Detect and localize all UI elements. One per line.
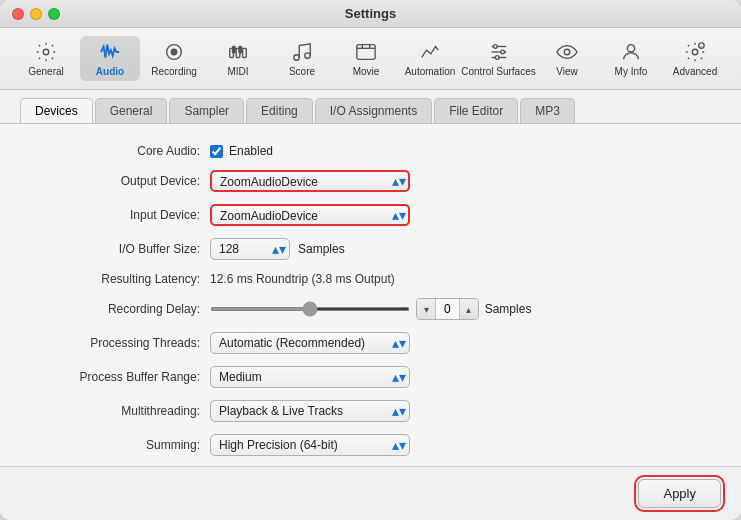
toolbar-label-midi: MIDI — [227, 66, 248, 77]
sliders-icon — [488, 40, 510, 64]
process-buffer-select[interactable]: Medium — [210, 366, 410, 388]
summing-select[interactable]: High Precision (64-bit) — [210, 434, 410, 456]
process-buffer-control: Medium ▴▾ — [210, 366, 410, 388]
toolbar-item-recording[interactable]: Recording — [144, 36, 204, 81]
processing-threads-select-wrapper: Automatic (Recommended) ▴▾ — [210, 332, 410, 354]
toolbar-item-general[interactable]: General — [16, 36, 76, 81]
traffic-lights — [12, 8, 60, 20]
io-buffer-select-wrapper: 128 ▴▾ — [210, 238, 290, 260]
process-buffer-row: Process Buffer Range: Medium ▴▾ — [30, 366, 711, 388]
toolbar: General Audio Recording — [0, 28, 741, 90]
close-button[interactable] — [12, 8, 24, 20]
multithreading-label: Multithreading: — [30, 404, 210, 418]
svg-point-22 — [692, 49, 698, 55]
toolbar-item-control-surfaces[interactable]: Control Surfaces — [464, 36, 533, 81]
toolbar-label-automation: Automation — [405, 66, 456, 77]
toolbar-label-control-surfaces: Control Surfaces — [461, 66, 535, 77]
svg-point-9 — [305, 53, 311, 58]
settings-window: Settings General Audio — [0, 0, 741, 520]
toolbar-label-advanced: Advanced — [673, 66, 717, 77]
svg-point-8 — [294, 55, 300, 61]
svg-point-20 — [564, 49, 570, 55]
recording-delay-stepper: ▾ 0 ▴ — [416, 298, 479, 320]
toolbar-item-automation[interactable]: Automation — [400, 36, 460, 81]
recording-delay-slider[interactable] — [210, 307, 410, 311]
tab-editing[interactable]: Editing — [246, 98, 313, 123]
summing-select-wrapper: High Precision (64-bit) ▴▾ — [210, 434, 410, 456]
svg-rect-10 — [357, 45, 375, 60]
io-buffer-control: 128 ▴▾ Samples — [210, 238, 345, 260]
recording-delay-unit: Samples — [485, 302, 532, 316]
tabs-bar: Devices General Sampler Editing I/O Assi… — [0, 90, 741, 123]
core-audio-row: Core Audio: Enabled — [30, 144, 711, 158]
svg-rect-7 — [239, 47, 242, 53]
tab-sampler[interactable]: Sampler — [169, 98, 244, 123]
resulting-latency-control: 12.6 ms Roundtrip (3.8 ms Output) — [210, 272, 395, 286]
tab-devices[interactable]: Devices — [20, 98, 93, 123]
processing-threads-row: Processing Threads: Automatic (Recommend… — [30, 332, 711, 354]
input-device-select[interactable]: ZoomAudioDevice — [210, 204, 410, 226]
io-buffer-unit: Samples — [298, 242, 345, 256]
multithreading-select-wrapper: Playback & Live Tracks ▴▾ — [210, 400, 410, 422]
processing-threads-label: Processing Threads: — [30, 336, 210, 350]
toolbar-item-movie[interactable]: Movie — [336, 36, 396, 81]
svg-point-19 — [495, 56, 499, 60]
summing-label: Summing: — [30, 438, 210, 452]
minimize-button[interactable] — [30, 8, 42, 20]
tab-io-assignments[interactable]: I/O Assignments — [315, 98, 432, 123]
toolbar-label-audio: Audio — [96, 66, 124, 77]
svg-rect-5 — [243, 48, 247, 57]
multithreading-select[interactable]: Playback & Live Tracks — [210, 400, 410, 422]
tab-mp3[interactable]: MP3 — [520, 98, 575, 123]
content-area: Core Audio: Enabled Output Device: ZoomA… — [0, 123, 741, 466]
svg-text:+: + — [700, 44, 702, 48]
multithreading-control: Playback & Live Tracks ▴▾ — [210, 400, 410, 422]
gear-advanced-icon: + — [684, 40, 706, 64]
output-device-select-wrapper: ZoomAudioDevice ▴▾ — [210, 170, 410, 192]
process-buffer-label: Process Buffer Range: — [30, 370, 210, 384]
summing-row: Summing: High Precision (64-bit) ▴▾ — [30, 434, 711, 456]
output-device-control: ZoomAudioDevice ▴▾ — [210, 170, 410, 192]
io-buffer-select[interactable]: 128 — [210, 238, 290, 260]
input-device-label: Input Device: — [30, 208, 210, 222]
core-audio-enabled-text: Enabled — [229, 144, 273, 158]
toolbar-item-view[interactable]: View — [537, 36, 597, 81]
waveform-icon — [99, 40, 121, 64]
tab-file-editor[interactable]: File Editor — [434, 98, 518, 123]
maximize-button[interactable] — [48, 8, 60, 20]
toolbar-label-score: Score — [289, 66, 315, 77]
movie-icon — [355, 40, 377, 64]
core-audio-checkbox[interactable] — [210, 145, 223, 158]
core-audio-control: Enabled — [210, 144, 273, 158]
title-bar: Settings — [0, 0, 741, 28]
processing-threads-select[interactable]: Automatic (Recommended) — [210, 332, 410, 354]
recording-delay-control: ▾ 0 ▴ Samples — [210, 298, 531, 320]
stepper-up-button[interactable]: ▴ — [460, 299, 478, 319]
toolbar-item-my-info[interactable]: My Info — [601, 36, 661, 81]
svg-point-2 — [171, 49, 177, 55]
multithreading-row: Multithreading: Playback & Live Tracks ▴… — [30, 400, 711, 422]
toolbar-item-midi[interactable]: MIDI — [208, 36, 268, 81]
resulting-latency-value: 12.6 ms Roundtrip (3.8 ms Output) — [210, 272, 395, 286]
apply-button[interactable]: Apply — [638, 479, 721, 508]
footer: Apply — [0, 466, 741, 520]
record-icon — [163, 40, 185, 64]
stepper-down-button[interactable]: ▾ — [417, 299, 435, 319]
svg-point-0 — [43, 49, 49, 55]
eye-icon — [556, 40, 578, 64]
summing-control: High Precision (64-bit) ▴▾ — [210, 434, 410, 456]
toolbar-item-advanced[interactable]: + Advanced — [665, 36, 725, 81]
stepper-value: 0 — [435, 299, 460, 319]
resulting-latency-label: Resulting Latency: — [30, 272, 210, 286]
midi-icon — [227, 40, 249, 64]
toolbar-item-audio[interactable]: Audio — [80, 36, 140, 81]
toolbar-label-my-info: My Info — [615, 66, 648, 77]
tab-general[interactable]: General — [95, 98, 168, 123]
window-title: Settings — [345, 6, 396, 21]
toolbar-label-general: General — [28, 66, 64, 77]
output-device-select[interactable]: ZoomAudioDevice — [210, 170, 410, 192]
output-device-row: Output Device: ZoomAudioDevice ▴▾ — [30, 170, 711, 192]
toolbar-label-recording: Recording — [151, 66, 197, 77]
svg-point-18 — [500, 50, 504, 54]
toolbar-item-score[interactable]: Score — [272, 36, 332, 81]
